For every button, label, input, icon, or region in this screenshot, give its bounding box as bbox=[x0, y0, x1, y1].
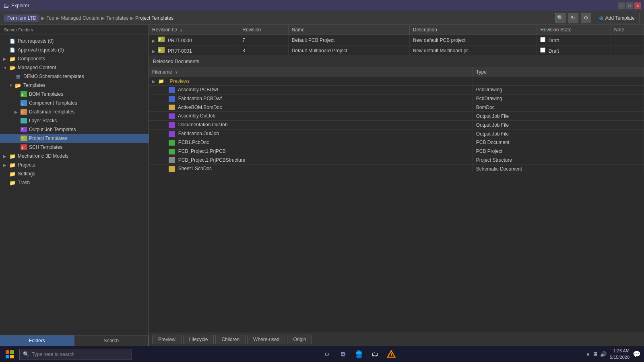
sidebar-item-mechatronic[interactable]: ▶ 📁 Mechatronic 3D Models bbox=[0, 152, 149, 160]
sidebar-item-component-templates[interactable]: C Component Templates bbox=[0, 99, 149, 107]
taskbar-file-explorer[interactable]: 🗂 bbox=[369, 348, 381, 360]
docs-table-row[interactable]: Sheet1.SchDoc Schematic Document bbox=[149, 165, 644, 173]
bottom-tabs: Preview Lifecycle Children Where-used Or… bbox=[149, 333, 644, 346]
sidebar-tab-folders[interactable]: Folders bbox=[0, 335, 74, 346]
sidebar-item-templates[interactable]: ▼ 📂 Templates bbox=[0, 81, 149, 90]
sidebar-item-draftsman-templates[interactable]: ▶ D Draftsman Templates bbox=[0, 107, 149, 116]
taskbar-edge-icon[interactable] bbox=[353, 348, 365, 360]
sidebar-item-layer-stacks[interactable]: L Layer Stacks bbox=[0, 116, 149, 125]
svg-rect-18 bbox=[169, 87, 175, 93]
close-button[interactable]: ✕ bbox=[634, 2, 641, 9]
sidebar-item-approval-requests[interactable]: 📄 Approval requests (0) bbox=[0, 45, 149, 54]
sidebar-header: Server Folders bbox=[0, 25, 149, 35]
folder-toggle[interactable]: ▶ bbox=[152, 79, 155, 84]
minimize-button[interactable]: ─ bbox=[618, 2, 625, 9]
notification-icon[interactable]: 💬 bbox=[633, 350, 641, 358]
components-folder-icon: 📁 bbox=[9, 56, 16, 62]
search-button[interactable]: 🔍 bbox=[555, 13, 566, 23]
mechatronic-label: Mechatronic 3D Models bbox=[18, 153, 68, 159]
col-description[interactable]: Description bbox=[409, 25, 537, 35]
released-docs-header: Released Documents bbox=[149, 56, 644, 67]
col-name[interactable]: Name bbox=[288, 25, 409, 35]
docs-table-row[interactable]: Assembly.OutJob Output Job File bbox=[149, 112, 644, 121]
docs-table: Filename ▼ Type ▶ 📁 _Previews Assembly.P… bbox=[149, 67, 644, 173]
docs-table-row[interactable]: ▶ 📁 _Previews bbox=[149, 77, 644, 86]
docs-table-row[interactable]: Fabrication.PCBDwf PcbDrawing bbox=[149, 94, 644, 103]
docs-cell-type: PCB Document bbox=[473, 138, 644, 147]
sidebar-item-project-templates[interactable]: P Project Templates bbox=[0, 134, 149, 143]
svg-text:O: O bbox=[21, 128, 23, 132]
cell-note bbox=[611, 45, 644, 56]
docs-cell-type: PcbDrawing bbox=[473, 86, 644, 95]
demo-schematic-icon: ▦ bbox=[14, 73, 22, 80]
add-template-button[interactable]: ⊕ Add Template bbox=[594, 13, 640, 23]
add-template-label: Add Template bbox=[605, 15, 635, 21]
sidebar-item-output-job-templates[interactable]: O Output Job Templates bbox=[0, 125, 149, 134]
docs-table-row[interactable]: PCB_Project1.PrjPCBStructure Project Str… bbox=[149, 156, 644, 165]
docs-cell-type: PcbDrawing bbox=[473, 94, 644, 103]
sidebar-item-bom-templates[interactable]: B BOM Templates bbox=[0, 90, 149, 99]
docs-table-row[interactable]: PCB_Project1.PrjPCB PCB Project bbox=[149, 147, 644, 156]
taskbar-cortana[interactable]: ○ bbox=[321, 348, 333, 360]
col-revision[interactable]: Revision bbox=[239, 25, 288, 35]
chevron-up-icon[interactable]: ∧ bbox=[586, 351, 590, 357]
table-row[interactable]: ▶ P PRJT-0001 3 Default Multiboard Proje… bbox=[149, 45, 644, 56]
cell-revision-id: ▶ P PRJT-0001 bbox=[149, 45, 239, 56]
sidebar-tabs: Folders Search bbox=[0, 335, 149, 346]
sidebar-tab-search[interactable]: Search bbox=[74, 335, 149, 346]
docs-cell-filename: PCB_Project1.PrjPCB bbox=[149, 147, 473, 156]
projects-toggle: ▶ bbox=[3, 163, 9, 167]
released-docs-panel: Released Documents Filename ▼ Type ▶ 📁 _… bbox=[149, 56, 644, 346]
start-button[interactable] bbox=[3, 348, 16, 361]
row-expand-toggle[interactable]: ▶ bbox=[152, 39, 155, 43]
svg-rect-22 bbox=[169, 122, 175, 128]
col-type[interactable]: Type bbox=[473, 67, 644, 77]
col-revision-id[interactable]: Revision ID ▲ bbox=[149, 25, 239, 35]
svg-text:C: C bbox=[21, 101, 23, 105]
tab-children[interactable]: Children bbox=[215, 335, 246, 344]
taskbar-task-view[interactable]: ⧉ bbox=[337, 348, 349, 360]
taskbar-search-input[interactable] bbox=[32, 352, 120, 357]
org-selector[interactable]: Fermium LTD bbox=[4, 14, 39, 22]
sidebar-item-part-requests[interactable]: 📄 Part requests (0) bbox=[0, 37, 149, 45]
docs-table-row[interactable]: PCB1.PcbDoc PCB Document bbox=[149, 138, 644, 147]
sidebar-item-projects[interactable]: ▶ 📁 Projects bbox=[0, 160, 149, 169]
sidebar-item-settings[interactable]: 📁 Settings bbox=[0, 169, 149, 178]
col-filename[interactable]: Filename ▼ bbox=[149, 67, 473, 77]
taskbar-altium-icon[interactable] bbox=[385, 348, 397, 360]
revision-state-checkbox[interactable] bbox=[540, 47, 545, 53]
tab-origin[interactable]: Origin bbox=[287, 335, 312, 344]
sidebar-item-trash[interactable]: 📁 Trash bbox=[0, 178, 149, 187]
refresh-button[interactable]: ↻ bbox=[568, 13, 578, 23]
sidebar-item-demo-schematic[interactable]: ▦ DEMO Schematic templates bbox=[0, 72, 149, 81]
docs-cell-type: Output Job File bbox=[473, 112, 644, 121]
settings-button[interactable]: ⚙ bbox=[581, 13, 591, 23]
docs-cell-filename: ActiveBOM.BomDoc bbox=[149, 103, 473, 112]
managed-folder-icon: 📂 bbox=[9, 64, 16, 71]
col-note[interactable]: Note bbox=[611, 25, 644, 35]
maximize-button[interactable]: □ bbox=[626, 2, 633, 9]
col-revision-state[interactable]: Revision State bbox=[537, 25, 611, 35]
revision-state-checkbox[interactable] bbox=[540, 37, 545, 42]
sidebar-item-sch-templates[interactable]: S SCH Templates bbox=[0, 143, 149, 152]
docs-table-row[interactable]: Fabrication.OutJob Output Job File bbox=[149, 130, 644, 138]
docs-table-row[interactable]: Documentation.OutJob Output Job File bbox=[149, 121, 644, 130]
sidebar-item-components[interactable]: ▶ 📁 Components bbox=[0, 54, 149, 63]
row-icon: P bbox=[158, 37, 165, 42]
tab-preview[interactable]: Preview bbox=[152, 335, 182, 344]
sidebar-item-managed-content[interactable]: ▼ 📂 Managed Content bbox=[0, 63, 149, 72]
taskbar-search-bar[interactable]: 🔍 bbox=[19, 349, 132, 360]
row-expand-toggle[interactable]: ▶ bbox=[152, 49, 155, 53]
tab-where-used[interactable]: Where-used bbox=[247, 335, 285, 344]
docs-table-row[interactable]: Assembly.PCBDwf PcbDrawing bbox=[149, 86, 644, 95]
table-row[interactable]: ▶ P PRJT-0000 7 Default PCB Project New … bbox=[149, 35, 644, 45]
breadcrumb-top[interactable]: Top bbox=[46, 15, 54, 21]
tab-lifecycle[interactable]: Lifecycle bbox=[183, 335, 214, 344]
date-display: 5/15/2020 bbox=[610, 354, 630, 360]
title-bar-left: 🗂 Explorer bbox=[3, 2, 29, 9]
components-toggle: ▶ bbox=[3, 57, 9, 61]
docs-scroll: Filename ▼ Type ▶ 📁 _Previews Assembly.P… bbox=[149, 67, 644, 333]
breadcrumb-managed-content[interactable]: Managed Content bbox=[61, 15, 99, 21]
docs-table-row[interactable]: ActiveBOM.BomDoc BomDoc bbox=[149, 103, 644, 112]
breadcrumb-templates[interactable]: Templates bbox=[106, 15, 128, 21]
